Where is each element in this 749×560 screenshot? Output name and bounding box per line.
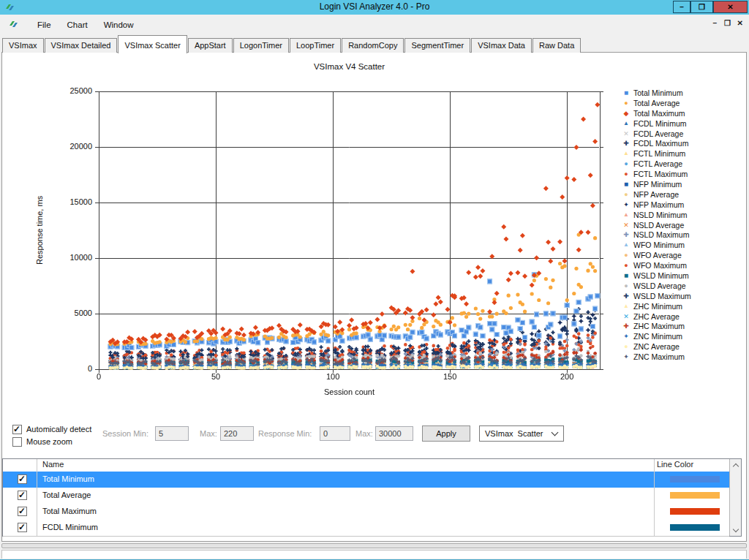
session-max-input[interactable] (220, 426, 254, 441)
column-divider (37, 459, 37, 472)
menu-items: FileChartWindow (29, 15, 142, 34)
login-vsi-logo-icon (9, 20, 18, 29)
row-checkbox[interactable] (18, 474, 27, 484)
legend-item-wfo-average: ●WFO Average (619, 250, 691, 260)
legend-label: Total Maximum (633, 109, 685, 118)
legend-item-znc-average: ●ZNC Average (619, 341, 691, 352)
menu-item-chart[interactable]: Chart (59, 18, 96, 32)
apply-button[interactable]: Apply (422, 425, 470, 442)
response-max-input[interactable] (375, 426, 413, 441)
menu-item-file[interactable]: File (29, 18, 59, 32)
tab-randomcopy[interactable]: RandomCopy (342, 38, 404, 53)
circle-marker-icon: ● (619, 251, 633, 259)
line-color-swatch[interactable] (670, 492, 720, 499)
restore-button[interactable]: ❐ (690, 1, 713, 13)
x-tick-label: 50 (203, 372, 228, 381)
y-tick-label: 20000 (63, 142, 92, 151)
circle-marker-icon: ● (619, 170, 633, 178)
row-checkbox[interactable] (18, 507, 27, 516)
line-color-swatch[interactable] (670, 524, 720, 531)
legend-item-znc-maximum: ✦ZNC Maximum (619, 352, 691, 362)
tab-logontimer[interactable]: LogonTimer (233, 38, 289, 53)
scroll-down-button[interactable] (730, 524, 741, 536)
row-checkbox[interactable] (18, 523, 27, 532)
tab-appstart[interactable]: AppStart (188, 38, 233, 53)
chevron-up-icon (732, 463, 738, 469)
y-tick-label: 10000 (63, 253, 92, 262)
circle-marker-icon: ● (619, 262, 633, 269)
column-divider (654, 488, 655, 504)
table-row-fcdl-minimum[interactable]: FCDL Minimum (3, 520, 729, 537)
legend-item-nfp-minimum: ■NFP Minimum (619, 179, 691, 189)
column-divider (654, 459, 655, 472)
x-tick-label: 0 (86, 372, 111, 381)
legend-label: FCTL Average (633, 159, 682, 168)
child-restore-icon[interactable]: ❐ (724, 19, 731, 27)
triangle-marker-icon: ▲ (619, 241, 633, 249)
x-marker-icon: ✕ (619, 130, 633, 137)
legend-label: NSLD Minimum (633, 211, 688, 219)
row-checkbox[interactable] (18, 491, 27, 500)
square-marker-icon: ■ (619, 89, 633, 97)
apply-button-label: Apply (436, 429, 456, 438)
table-row-total-average[interactable]: Total Average (3, 488, 729, 504)
triangle-marker-icon: ▲ (619, 211, 633, 219)
row-name: FCDL Minimum (42, 523, 98, 531)
tab-vsimax-data[interactable]: VSImax Data (471, 38, 532, 53)
legend-label: FCDL Maximum (633, 139, 688, 148)
star-marker-icon: ✦ (619, 333, 633, 340)
restore-icon: ❐ (699, 3, 705, 11)
session-min-input[interactable] (155, 426, 189, 441)
x-marker-icon: ✕ (619, 222, 633, 229)
tab-segmenttimer[interactable]: SegmentTimer (404, 38, 470, 53)
minimize-icon: – (680, 3, 684, 11)
tab-looptimer[interactable]: LoopTimer (290, 38, 341, 53)
table-row-total-minimum[interactable]: Total Minimum (3, 472, 729, 488)
child-close-icon[interactable]: ✕ (737, 19, 743, 27)
response-min-input[interactable] (320, 426, 350, 441)
tab-raw-data[interactable]: Raw Data (532, 38, 581, 53)
chart-type-select[interactable]: VSImax Scatter (479, 425, 564, 442)
mouse-zoom-checkbox[interactable] (12, 437, 22, 447)
y-tick-label: 5000 (63, 309, 92, 317)
legend-item-fcdl-minimum: ▲FCDL Minimum (619, 118, 691, 129)
table-scrollbar[interactable] (729, 459, 741, 536)
legend-item-nsld-minimum: ▲NSLD Minimum (619, 210, 691, 220)
table-header: Name Line Color (3, 459, 729, 472)
legend-item-fctl-minimum: ▲FCTL Minimum (619, 148, 691, 159)
column-divider (654, 504, 655, 520)
chevron-down-icon (732, 526, 738, 531)
table-row-total-maximum[interactable]: Total Maximum (3, 504, 729, 521)
legend-item-fcdl-average: ✕FCDL Average (619, 129, 691, 139)
legend-label: WFO Maximum (633, 261, 687, 270)
line-color-swatch[interactable] (670, 476, 720, 483)
legend-item-zhc-average: ✕ZHC Average (619, 311, 691, 322)
legend-item-total-minimum: ■Total Minimum (619, 88, 691, 98)
legend-label: NFP Minimum (633, 180, 682, 189)
line-color-swatch[interactable] (670, 508, 720, 515)
x-tick-label: 150 (437, 372, 462, 381)
tab-vsimax[interactable]: VSImax (2, 38, 44, 53)
square-marker-icon: ■ (619, 181, 633, 188)
child-minimize-icon[interactable]: – (712, 19, 717, 27)
auto-detect-label: Automically detect (26, 425, 91, 434)
auto-detect-checkbox[interactable] (12, 425, 22, 434)
scatter-canvas (93, 88, 606, 377)
close-button[interactable]: ✕ (713, 1, 748, 13)
legend-label: ZHC Minimum (633, 302, 682, 311)
tab-vsimax-scatter[interactable]: VSImax Scatter (118, 35, 187, 53)
triangle-marker-icon: ▲ (619, 150, 633, 157)
triangle-marker-icon: ▲ (619, 120, 633, 127)
legend-item-nfp-average: ●NFP Average (619, 189, 691, 200)
controls-row: Automically detect Mouse zoom Session Mi… (0, 421, 749, 455)
menu-item-window[interactable]: Window (96, 18, 142, 32)
triangle-marker-icon: ▲ (619, 303, 633, 310)
legend-label: NSLD Average (633, 221, 684, 230)
minimize-button[interactable]: – (673, 1, 690, 13)
circle-marker-icon: ● (619, 282, 633, 290)
plus-marker-icon: ✚ (619, 322, 633, 330)
column-divider (37, 472, 37, 488)
tab-vsimax-detailed[interactable]: VSImax Detailed (45, 38, 118, 53)
scroll-up-button[interactable] (730, 459, 741, 471)
y-tick-label: 15000 (63, 197, 92, 206)
